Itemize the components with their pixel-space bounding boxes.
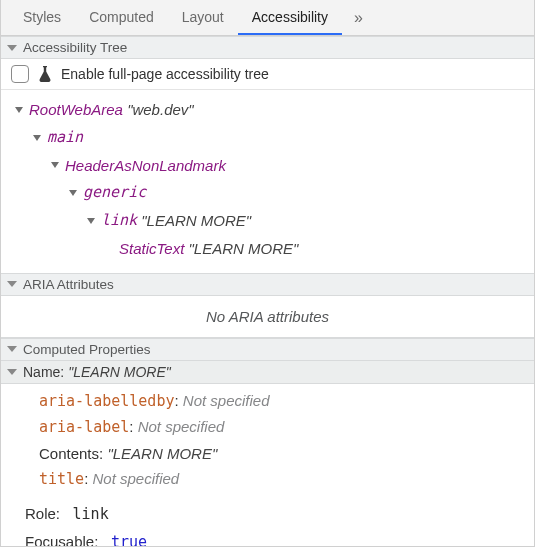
chevron-down-icon bbox=[87, 218, 95, 224]
prop-value: "LEARN MORE" bbox=[107, 445, 217, 462]
role-value: link bbox=[73, 505, 109, 523]
name-source-list: aria-labelledby: Not specified aria-labe… bbox=[1, 384, 534, 501]
prop-row: Contents: "LEARN MORE" bbox=[39, 441, 530, 467]
computed-role-row: Role: link bbox=[1, 501, 534, 530]
prop-key: Contents bbox=[39, 445, 99, 462]
node-name: "LEARN MORE" bbox=[141, 207, 251, 235]
panel-tabstrip: Styles Computed Layout Accessibility » bbox=[1, 0, 534, 36]
name-value: "LEARN MORE" bbox=[68, 364, 171, 380]
section-header-computed[interactable]: Computed Properties bbox=[1, 338, 534, 361]
tree-node-generic[interactable]: generic bbox=[15, 179, 530, 207]
aria-empty-message: No ARIA attributes bbox=[1, 296, 534, 338]
section-title: Accessibility Tree bbox=[23, 40, 127, 55]
node-role: link bbox=[101, 207, 137, 235]
prop-key: aria-label bbox=[39, 418, 129, 436]
node-role: StaticText bbox=[119, 235, 184, 263]
computed-name-row[interactable]: Name: "LEARN MORE" bbox=[1, 361, 534, 384]
section-title: Computed Properties bbox=[23, 342, 151, 357]
accessibility-tree: RootWebArea "web.dev" main HeaderAsNonLa… bbox=[1, 90, 534, 273]
enable-fullpage-label: Enable full-page accessibility tree bbox=[61, 66, 269, 82]
role-label: Role: bbox=[25, 505, 60, 522]
chevron-down-icon bbox=[51, 162, 59, 168]
tree-node-statictext[interactable]: StaticText "LEARN MORE" bbox=[15, 235, 530, 263]
node-name: "LEARN MORE" bbox=[188, 235, 298, 263]
prop-key: aria-labelledby bbox=[39, 392, 174, 410]
flask-icon bbox=[37, 65, 53, 83]
tab-layout[interactable]: Layout bbox=[168, 0, 238, 35]
tab-accessibility[interactable]: Accessibility bbox=[238, 0, 342, 35]
tree-node-main[interactable]: main bbox=[15, 124, 530, 152]
chevron-down-icon bbox=[7, 346, 17, 352]
tab-styles[interactable]: Styles bbox=[9, 0, 75, 35]
enable-fullpage-row: Enable full-page accessibility tree bbox=[1, 59, 534, 90]
computed-focusable-row: Focusable: true bbox=[1, 529, 534, 547]
prop-value: Not specified bbox=[93, 470, 180, 487]
section-header-tree[interactable]: Accessibility Tree bbox=[1, 36, 534, 59]
node-role: HeaderAsNonLandmark bbox=[65, 152, 226, 180]
node-role: generic bbox=[83, 179, 146, 207]
tree-node-link[interactable]: link "LEARN MORE" bbox=[15, 207, 530, 235]
focusable-value: true bbox=[111, 533, 147, 547]
tab-computed[interactable]: Computed bbox=[75, 0, 168, 35]
prop-key: title bbox=[39, 470, 84, 488]
tree-node-root[interactable]: RootWebArea "web.dev" bbox=[15, 96, 530, 124]
focusable-label: Focusable: bbox=[25, 533, 98, 547]
node-role: RootWebArea bbox=[29, 96, 123, 124]
chevron-down-icon bbox=[7, 281, 17, 287]
section-title: ARIA Attributes bbox=[23, 277, 114, 292]
chevron-down-icon bbox=[69, 190, 77, 196]
chevron-down-icon bbox=[33, 135, 41, 141]
node-role: main bbox=[47, 124, 83, 152]
node-name: "web.dev" bbox=[127, 96, 194, 124]
name-label: Name: bbox=[23, 364, 64, 380]
prop-row: aria-labelledby: Not specified bbox=[39, 388, 530, 415]
enable-fullpage-checkbox[interactable] bbox=[11, 65, 29, 83]
prop-value: Not specified bbox=[138, 418, 225, 435]
chevron-down-icon bbox=[7, 45, 17, 51]
chevron-down-icon bbox=[7, 369, 17, 375]
tree-node-header[interactable]: HeaderAsNonLandmark bbox=[15, 152, 530, 180]
chevron-down-icon bbox=[15, 107, 23, 113]
prop-row: title: Not specified bbox=[39, 466, 530, 493]
spacer bbox=[105, 246, 113, 252]
prop-row: aria-label: Not specified bbox=[39, 414, 530, 441]
prop-value: Not specified bbox=[183, 392, 270, 409]
tabs-overflow-button[interactable]: » bbox=[342, 9, 375, 27]
section-header-aria[interactable]: ARIA Attributes bbox=[1, 273, 534, 296]
